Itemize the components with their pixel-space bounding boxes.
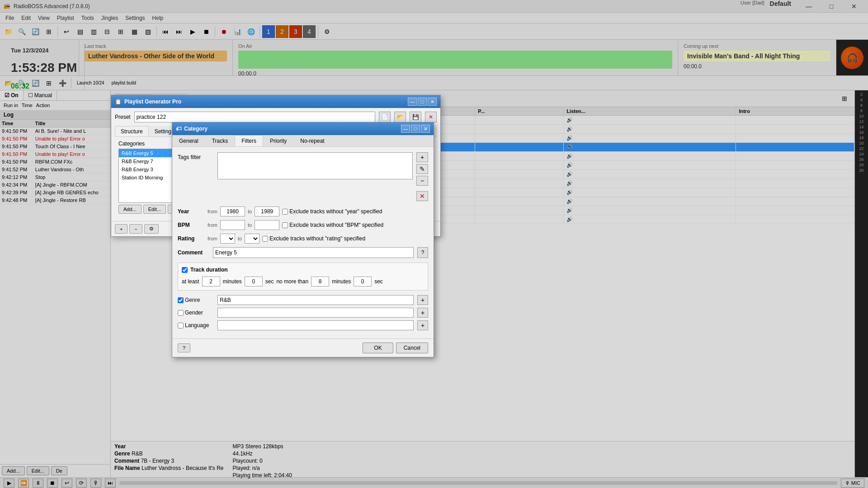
sec-label2: sec xyxy=(374,278,383,285)
gender-check-label[interactable]: Gender xyxy=(178,310,214,316)
cat-bottom-right: OK Cancel xyxy=(363,343,428,353)
preset-label: Preset xyxy=(115,114,131,120)
cat-close[interactable]: ✕ xyxy=(421,125,430,133)
tags-clear-btn[interactable]: ✕ xyxy=(416,191,428,201)
gender-row: Gender + xyxy=(178,308,428,318)
preset-input[interactable] xyxy=(134,112,375,122)
language-add-btn[interactable]: + xyxy=(417,320,428,330)
preset-delete-btn[interactable]: ✕ xyxy=(425,112,437,122)
year-filter-row: Year from to Exclude tracks without "yea… xyxy=(178,206,428,216)
bpm-to-input[interactable] xyxy=(255,220,279,230)
language-label: Language xyxy=(185,322,209,328)
pgp-close[interactable]: ✕ xyxy=(428,98,437,106)
bpm-exclude-checkbox[interactable] xyxy=(282,222,288,228)
track-duration-checkbox[interactable] xyxy=(182,267,188,273)
dur-min2-input[interactable] xyxy=(311,277,329,286)
genre-add-btn[interactable]: + xyxy=(417,295,428,305)
dialog-category: 🏷 Category — □ ✕ General Tracks Filters … xyxy=(172,122,434,357)
cat-title: 🏷 Category xyxy=(176,126,208,132)
track-duration-label: Track duration xyxy=(190,267,228,273)
comment-help-btn[interactable]: ? xyxy=(417,247,428,258)
tags-edit-btn[interactable]: ✎ xyxy=(416,164,428,174)
rating-exclude-checkbox[interactable] xyxy=(262,236,268,242)
rating-filter-row: Rating from 12345 to 12345 Exclude track… xyxy=(178,234,428,244)
genre-checkbox[interactable] xyxy=(178,297,184,303)
cat-bottom: ? OK Cancel xyxy=(172,338,434,357)
language-checkbox[interactable] xyxy=(178,323,184,328)
cat-bottom-left: ? xyxy=(178,343,190,352)
pgp-minus-btn[interactable]: − xyxy=(129,224,142,234)
pgp-icon: 📋 xyxy=(115,99,122,105)
pgp-minimize[interactable]: — xyxy=(408,98,417,106)
rating-to-select[interactable]: 12345 xyxy=(245,234,259,244)
cat-help-btn[interactable]: ? xyxy=(178,343,190,352)
rating-exclude-check[interactable]: Exclude tracks without "rating" specifie… xyxy=(262,235,365,242)
preset-new-btn[interactable]: 📄 xyxy=(379,112,391,122)
year-exclude-checkbox[interactable] xyxy=(282,209,288,215)
cat-tabs: General Tracks Filters Priority No-repea… xyxy=(172,135,434,147)
dur-sec2-input[interactable] xyxy=(354,277,372,286)
tags-filter-box[interactable] xyxy=(217,152,413,179)
preset-save-btn[interactable]: 💾 xyxy=(410,112,421,122)
bpm-label: BPM xyxy=(178,222,205,228)
year-to-label: to xyxy=(248,209,252,214)
tags-remove-btn[interactable]: − xyxy=(416,176,428,186)
comment-input[interactable] xyxy=(213,247,414,258)
track-dur-header: Track duration xyxy=(182,267,424,273)
tags-filter-row: Tags filter + ✎ − ✕ xyxy=(178,152,428,201)
pgp-plus-btn[interactable]: + xyxy=(115,224,127,234)
tags-filter-buttons: + ✎ − ✕ xyxy=(416,152,428,201)
genre-label: Genre xyxy=(185,297,200,303)
bpm-to-label: to xyxy=(248,222,252,228)
tags-add-btn[interactable]: + xyxy=(416,152,428,162)
cat-ok-btn[interactable]: OK xyxy=(363,343,393,353)
genre-check-label[interactable]: Genre xyxy=(178,297,214,303)
year-exclude-label: Exclude tracks without "year" specified xyxy=(289,208,382,215)
cat-minimize[interactable]: — xyxy=(401,125,410,133)
pgp-settings-btn[interactable]: ⚙ xyxy=(144,224,159,234)
year-exclude-check[interactable]: Exclude tracks without "year" specified xyxy=(282,208,382,215)
comment-label: Comment xyxy=(178,249,209,256)
cat-body: Tags filter + ✎ − ✕ Year from to Exclude… xyxy=(172,147,434,338)
rating-from-select[interactable]: 12345 xyxy=(220,234,235,244)
rating-from-label: from xyxy=(208,236,217,241)
pgp-add-btn[interactable]: Add... xyxy=(118,205,142,214)
year-from-label: from xyxy=(208,209,217,214)
rating-to-label: to xyxy=(238,236,242,241)
minutes-label1: minutes xyxy=(223,278,242,285)
year-from-input[interactable] xyxy=(220,206,245,216)
language-row: Language + xyxy=(178,320,428,330)
language-input[interactable] xyxy=(217,320,414,330)
gender-input[interactable] xyxy=(217,308,414,318)
preset-open-btn[interactable]: 📂 xyxy=(394,112,406,122)
pgp-title: 📋 Playlist Generator Pro xyxy=(115,99,181,105)
pgp-edit-btn[interactable]: Edit... xyxy=(143,205,166,214)
cat-tab-filters[interactable]: Filters xyxy=(235,135,263,146)
bpm-exclude-check[interactable]: Exclude tracks without "BPM" specified xyxy=(282,222,383,228)
cat-tab-general[interactable]: General xyxy=(172,135,205,146)
year-to-input[interactable] xyxy=(255,206,279,216)
comment-row: Comment ? xyxy=(178,247,428,258)
at-least-label: at least xyxy=(182,278,199,285)
tags-filter-label: Tags filter xyxy=(178,152,214,160)
genre-input[interactable] xyxy=(217,295,414,305)
cat-icon: 🏷 xyxy=(176,126,181,132)
dur-sec1-input[interactable] xyxy=(245,277,263,286)
gender-add-btn[interactable]: + xyxy=(417,308,428,318)
no-more-label: no more than xyxy=(276,278,308,285)
bpm-filter-row: BPM from to Exclude tracks without "BPM"… xyxy=(178,220,428,230)
cat-cancel-btn[interactable]: Cancel xyxy=(396,343,428,353)
pgp-maximize[interactable]: □ xyxy=(418,98,427,106)
bpm-from-label: from xyxy=(208,222,217,228)
dur-min1-input[interactable] xyxy=(202,277,220,286)
gender-checkbox[interactable] xyxy=(178,310,184,316)
cat-tab-priority[interactable]: Priority xyxy=(263,135,293,146)
bpm-from-input[interactable] xyxy=(220,220,245,230)
cat-maximize[interactable]: □ xyxy=(411,125,420,133)
minutes-label2: minutes xyxy=(332,278,351,285)
cat-tab-tracks[interactable]: Tracks xyxy=(205,135,235,146)
sec-label1: sec xyxy=(265,278,274,285)
language-check-label[interactable]: Language xyxy=(178,322,214,328)
cat-tab-norepeat[interactable]: No-repeat xyxy=(293,135,331,146)
pgp-tab-structure[interactable]: Structure xyxy=(115,126,149,136)
